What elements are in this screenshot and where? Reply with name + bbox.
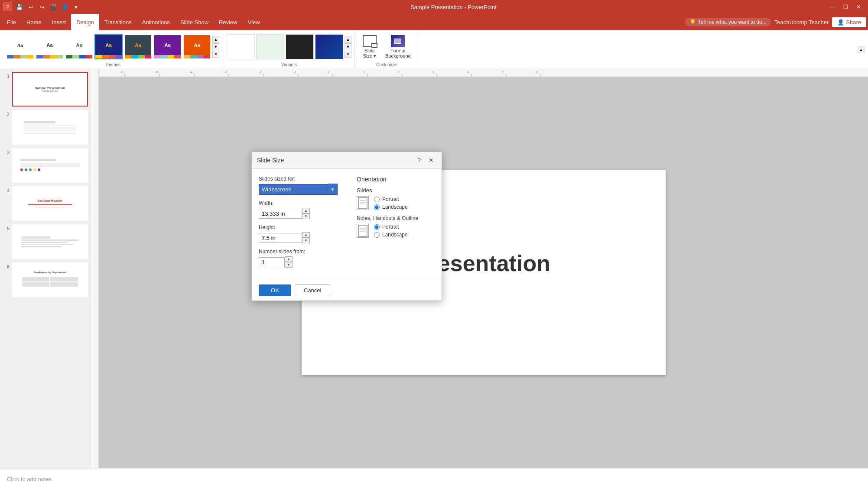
slide-4-header: Section Header <box>37 199 62 203</box>
height-down-btn[interactable]: ▼ <box>302 238 310 243</box>
theme-4-active[interactable]: Aa <box>94 34 123 59</box>
slide-preview-3[interactable] <box>12 148 88 183</box>
ribbon-customize-section: SlideSize ▾ FormatBackground Customize <box>356 30 417 69</box>
height-input[interactable] <box>259 233 302 243</box>
theme-5[interactable]: Aa <box>124 34 152 59</box>
scroll-more-btn[interactable]: ≡ <box>212 51 219 58</box>
slide-preview-6[interactable]: Employees by Department <box>12 262 88 297</box>
variant-1[interactable] <box>227 34 255 59</box>
cancel-button[interactable]: Cancel <box>295 284 330 296</box>
number-up-btn[interactable]: ▲ <box>285 256 293 262</box>
menu-insert[interactable]: Insert <box>47 14 72 30</box>
ruler-vertical <box>91 69 99 468</box>
slides-portrait-radio[interactable] <box>374 197 380 202</box>
notes-landscape-text: Landscape <box>382 232 408 238</box>
slide-preview-5[interactable] <box>12 224 88 259</box>
ok-button[interactable]: OK <box>259 284 291 296</box>
svg-rect-27 <box>358 197 367 209</box>
notes-portrait-label[interactable]: Portrait <box>374 224 408 230</box>
menubar: File Home Insert Design Transitions Anim… <box>0 14 868 30</box>
theme-6[interactable]: Aa <box>153 34 182 59</box>
width-input[interactable] <box>259 209 302 219</box>
menu-design[interactable]: Design <box>71 14 99 30</box>
height-group: Height: ▲ ▼ <box>259 224 350 243</box>
slide-thumb-4[interactable]: 4 Section Header <box>2 185 89 222</box>
height-up-btn[interactable]: ▲ <box>302 232 310 238</box>
theme-gallery: Aa Aa Aa Aa <box>6 32 219 61</box>
notes-landscape-label[interactable]: Landscape <box>374 232 408 238</box>
tell-me-bar[interactable]: 💡 Tell me what you want to do... <box>685 18 771 26</box>
slide-4-content: Section Header <box>13 187 87 220</box>
customize-quick-access[interactable]: ▾ <box>71 2 81 12</box>
slide-preview-2[interactable] <box>12 110 88 145</box>
save-button[interactable]: 💾 <box>15 2 24 12</box>
menu-transitions[interactable]: Transitions <box>99 14 137 30</box>
theme-office[interactable]: Aa <box>6 34 34 59</box>
slides-landscape-radio[interactable] <box>374 204 380 210</box>
menu-home[interactable]: Home <box>21 14 47 30</box>
number-input-wrap: ▲ ▼ <box>259 256 350 268</box>
tell-me-text[interactable]: Tell me what you want to do... <box>698 19 767 25</box>
slide-thumb-6[interactable]: 6 Employees by Department <box>2 262 89 298</box>
slides-for-select[interactable]: Widescreen Standard (4:3) Letter Paper (… <box>259 184 328 195</box>
minimize-button[interactable]: — <box>826 3 839 11</box>
slide-6-grid <box>20 275 80 288</box>
slides-landscape-label[interactable]: Landscape <box>374 204 408 210</box>
dot-yellow <box>33 168 36 171</box>
dialog-close-button[interactable]: ✕ <box>426 155 436 165</box>
slide-thumb-5[interactable]: 5 <box>2 223 89 260</box>
theme-2[interactable]: Aa <box>36 34 64 59</box>
theme-7[interactable]: Aa <box>183 34 211 59</box>
variant-2[interactable] <box>256 34 284 59</box>
close-button[interactable]: ✕ <box>852 3 865 11</box>
width-down-btn[interactable]: ▼ <box>302 213 310 219</box>
undo-button[interactable]: ↩ <box>26 2 36 12</box>
number-slides-input[interactable] <box>259 257 285 267</box>
menu-view[interactable]: View <box>243 14 265 30</box>
number-down-btn[interactable]: ▼ <box>285 262 293 268</box>
slide-thumb-1[interactable]: 1 Sample Presentation subtitle text here <box>2 71 89 107</box>
svg-text:3: 3 <box>432 71 434 74</box>
restore-button[interactable]: ❐ <box>839 3 852 11</box>
themes-label: Themes <box>105 61 120 67</box>
slide-preview-4[interactable]: Section Header <box>12 186 88 221</box>
variant-3[interactable] <box>286 34 314 59</box>
scroll-down-btn[interactable]: ▼ <box>212 43 219 50</box>
present-button[interactable]: 🎬 <box>49 2 58 12</box>
width-up-btn[interactable]: ▲ <box>302 208 310 213</box>
format-background-button[interactable]: FormatBackground <box>382 32 414 61</box>
variants-scroll-down[interactable]: ▼ <box>345 43 351 50</box>
variants-scroll-more[interactable]: ≡ <box>345 51 351 58</box>
scroll-up-btn[interactable]: ▲ <box>212 36 219 43</box>
share-label: Share <box>846 19 861 26</box>
lightbulb-icon: 💡 <box>689 19 696 25</box>
menu-animations[interactable]: Animations <box>137 14 175 30</box>
slide-size-button[interactable]: SlideSize ▾ <box>359 32 380 61</box>
theme-3[interactable]: Aa <box>65 34 93 59</box>
slide-thumb-2[interactable]: 2 <box>2 109 89 145</box>
svg-text:2: 2 <box>398 71 400 74</box>
notes-orient-options: Portrait Landscape <box>374 224 408 238</box>
redo-button[interactable]: ↪ <box>37 2 47 12</box>
slides-portrait-label[interactable]: Portrait <box>374 196 408 202</box>
slide-preview-1[interactable]: Sample Presentation subtitle text here <box>12 72 88 107</box>
select-arrow[interactable]: ▼ <box>328 184 338 195</box>
dot-purple <box>38 168 40 171</box>
share-icon: 👤 <box>837 19 844 26</box>
notes-area[interactable]: Click to add notes <box>0 468 868 488</box>
user-button[interactable]: 👤 <box>60 2 69 12</box>
ribbon-collapse-btn[interactable]: ▲ <box>858 46 865 53</box>
menu-review[interactable]: Review <box>214 14 243 30</box>
dialog-help-button[interactable]: ? <box>414 155 424 165</box>
share-button[interactable]: 👤 Share <box>832 17 866 27</box>
variants-scroll-up[interactable]: ▲ <box>345 36 351 43</box>
menu-slideshow[interactable]: Slide Show <box>175 14 214 30</box>
slide-thumb-3[interactable]: 3 <box>2 147 89 184</box>
dialog-left-panel: Slides sized for: Widescreen Standard (4… <box>259 176 350 273</box>
svg-text:-5: -5 <box>155 71 158 74</box>
notes-landscape-radio[interactable] <box>374 232 380 238</box>
variant-4[interactable] <box>315 34 343 59</box>
notes-portrait-radio[interactable] <box>374 224 380 230</box>
s6-cell1 <box>22 277 49 281</box>
titlebar: P 💾 ↩ ↪ 🎬 👤 ▾ Sample Presentation - Powe… <box>0 0 868 14</box>
